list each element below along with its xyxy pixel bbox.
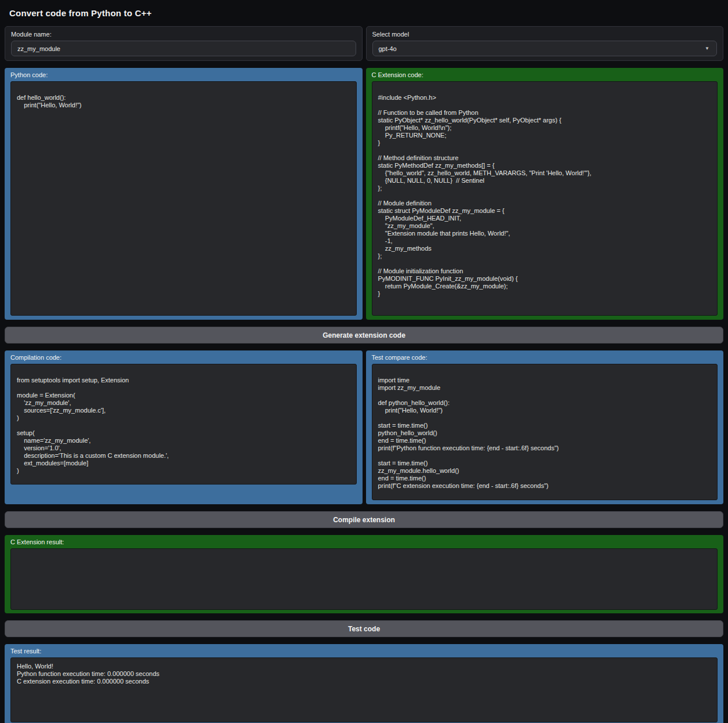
compile-extension-button[interactable]: Compile extension xyxy=(5,511,723,528)
c-extension-code-label: C Extension code: xyxy=(372,68,718,81)
test-result-textarea[interactable]: Hello, World! Python function execution … xyxy=(10,657,718,722)
test-compare-code-label: Test compare code: xyxy=(372,350,718,364)
settings-row: Module name: Select model gpt-4o ▼ xyxy=(5,26,723,61)
compilation-code-label: Compilation code: xyxy=(10,350,357,364)
code-row: Python code: def hello_world(): print("H… xyxy=(5,68,723,320)
test-compare-code-panel: Test compare code: import time import zz… xyxy=(366,350,724,504)
python-code-label: Python code: xyxy=(10,68,357,81)
module-name-input[interactable] xyxy=(11,41,356,56)
test-compare-code-textarea[interactable]: import time import zz_my_module def pyth… xyxy=(372,364,718,500)
c-extension-code-panel: C Extension code: #include <Python.h> //… xyxy=(366,68,724,320)
model-select-dropdown[interactable]: gpt-4o ▼ xyxy=(372,41,718,56)
chevron-down-icon: ▼ xyxy=(705,46,711,51)
compile-row: Compilation code: from setuptools import… xyxy=(5,350,723,504)
test-result-panel: Test result: Hello, World! Python functi… xyxy=(5,644,723,723)
module-name-label: Module name: xyxy=(11,31,356,38)
model-select-group: Select model gpt-4o ▼ xyxy=(366,26,724,61)
test-result-label: Test result: xyxy=(10,644,718,657)
page-title: Convert code from Python to C++ xyxy=(9,8,719,18)
python-code-textarea[interactable]: def hello_world(): print("Hello, World!"… xyxy=(10,81,357,316)
python-code-panel: Python code: def hello_world(): print("H… xyxy=(5,68,363,320)
app-root: Convert code from Python to C++ Module n… xyxy=(5,5,723,723)
c-extension-code-textarea[interactable]: #include <Python.h> // Function to be ca… xyxy=(372,81,718,316)
c-extension-result-textarea[interactable] xyxy=(10,548,718,610)
test-code-button[interactable]: Test code xyxy=(5,620,723,637)
c-extension-result-label: C Extension result: xyxy=(10,535,718,548)
model-select-label: Select model xyxy=(372,31,718,38)
model-selected-value: gpt-4o xyxy=(379,45,397,52)
c-extension-result-panel: C Extension result: xyxy=(5,535,723,613)
compilation-code-panel: Compilation code: from setuptools import… xyxy=(5,350,363,504)
generate-extension-code-button[interactable]: Generate extension code xyxy=(5,327,723,344)
compilation-code-textarea[interactable]: from setuptools import setup, Extension … xyxy=(10,364,357,485)
module-name-group: Module name: xyxy=(5,26,363,61)
